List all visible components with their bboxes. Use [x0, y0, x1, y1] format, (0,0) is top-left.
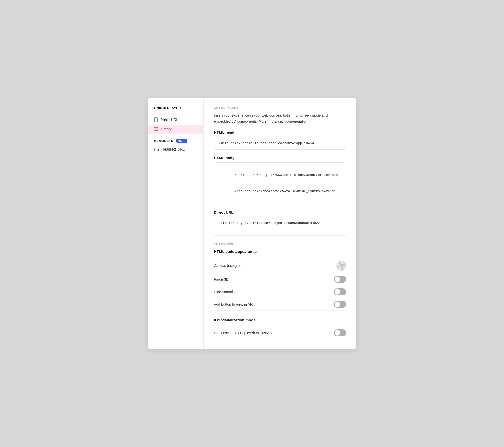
- force-3d-row: Force 3D: [214, 273, 346, 286]
- no-onirix-clip-toggle[interactable]: [334, 329, 346, 336]
- ar-button-label: Add button to view in AR: [214, 302, 253, 306]
- headset-icon: [154, 147, 159, 151]
- sidebar-item-headsets-url[interactable]: Headsets URL: [148, 145, 203, 154]
- direct-url-label: Direct URL: [214, 210, 346, 214]
- doc-link[interactable]: More info in our documentation.: [259, 119, 309, 123]
- color-circle-inner: [337, 261, 346, 270]
- sidebar-item-embed[interactable]: Embed: [148, 125, 203, 134]
- embed-modes-section: EMBED MODES Insert your experience in yo…: [214, 106, 346, 229]
- sidebar-item-public-url[interactable]: Public URL: [148, 115, 203, 125]
- direct-url-value[interactable]: https://player.onirix.com/projects/08e60…: [214, 217, 346, 229]
- force-3d-toggle[interactable]: [334, 276, 346, 283]
- customize-label: CUSTOMIZE: [214, 243, 346, 246]
- canvas-bg-color-picker[interactable]: [336, 261, 346, 271]
- no-onirix-clip-label: Don't use Onirix Clip (web exclusive): [214, 331, 272, 335]
- ar-button-toggle[interactable]: [334, 301, 346, 308]
- html-head-value[interactable]: <meta name="apple-itunes-app" content="a…: [214, 137, 346, 150]
- html-appearance-label: HTML code appearance: [214, 249, 346, 254]
- headsets-label: HEADSETS: [154, 139, 173, 143]
- hide-controls-row: Hide controls: [214, 286, 346, 298]
- svg-point-1: [156, 121, 156, 121]
- canvas-bg-row: Canvas background: [214, 258, 346, 273]
- sidebar-item-headsets-url-label: Headsets URL: [161, 147, 185, 151]
- html-head-label: HTML head: [214, 130, 346, 135]
- section-divider: [214, 235, 346, 236]
- hide-controls-label: Hide controls: [214, 290, 235, 294]
- main-card: ONIRIX PLAYER Public URL Embed HEAD: [148, 98, 356, 349]
- canvas-bg-label: Canvas background: [214, 264, 246, 268]
- embed-icon: [154, 127, 158, 131]
- ios-section: iOS visualization mode Don't use Onirix …: [214, 318, 346, 339]
- sidebar: ONIRIX PLAYER Public URL Embed HEAD: [148, 98, 204, 349]
- sidebar-item-embed-label: Embed: [161, 127, 172, 131]
- no-onirix-clip-row: Don't use Onirix Clip (web exclusive): [214, 327, 346, 339]
- ios-label: iOS visualization mode: [214, 318, 346, 322]
- sidebar-item-public-url-label: Public URL: [160, 118, 178, 122]
- sidebar-headsets-header: HEADSETS BETA: [148, 134, 203, 145]
- html-body-label: HTML body: [214, 156, 346, 160]
- embed-modes-label: EMBED MODES: [214, 106, 346, 109]
- main-content: EMBED MODES Insert your experience in yo…: [204, 98, 356, 349]
- sidebar-brand: ONIRIX PLAYER: [148, 106, 203, 115]
- force-3d-label: Force 3D: [214, 277, 229, 281]
- svg-rect-4: [158, 149, 159, 151]
- phone-icon: [154, 117, 158, 122]
- embed-description: Insert your experience in your web domai…: [214, 113, 346, 124]
- html-body-value[interactable]: <script src="https://www.onirix.com/weba…: [214, 162, 346, 204]
- customize-section: CUSTOMIZE HTML code appearance Canvas ba…: [214, 243, 346, 339]
- ar-button-row: Add button to view in AR: [214, 298, 346, 311]
- svg-rect-3: [154, 149, 155, 151]
- beta-badge: BETA: [176, 139, 187, 143]
- hide-controls-toggle[interactable]: [334, 288, 346, 295]
